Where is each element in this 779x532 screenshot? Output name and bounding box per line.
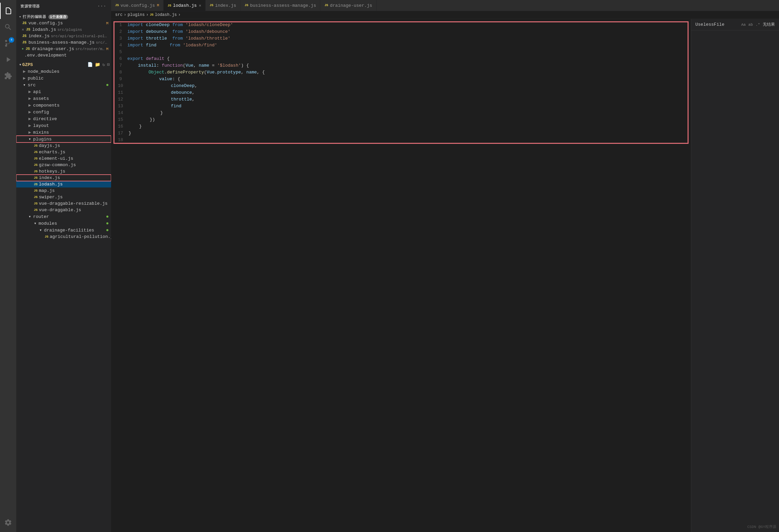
file-map[interactable]: JS map.js	[16, 187, 111, 194]
close-icon[interactable]: ✕	[22, 27, 24, 32]
settings-icon[interactable]	[0, 516, 16, 532]
folder-plugins[interactable]: ▾ plugins	[16, 136, 111, 142]
file-name: vue-draggable.js	[39, 207, 81, 213]
new-folder-icon[interactable]: 📁	[95, 62, 100, 67]
js-badge: JS	[115, 4, 119, 7]
tab-bar: JS vue.config.js M JS lodash.js ✕ JS ind…	[111, 0, 779, 11]
tab-modified: M	[157, 3, 159, 7]
open-editors-badge: 1个未保存	[48, 15, 68, 19]
folder-drainage-facilities[interactable]: ▾ drainage-facilities	[16, 227, 111, 234]
file-lodash[interactable]: JS lodash.js	[16, 181, 111, 187]
tab-close-icon[interactable]: ✕	[199, 3, 201, 8]
line-number: 18	[114, 137, 129, 143]
file-name: drainage-user.js	[32, 46, 74, 51]
folder-name: assets	[33, 96, 49, 101]
folder-src[interactable]: ▾ src	[16, 82, 111, 88]
file-vue-draggable-resizable[interactable]: JS vue-draggable-resizable.js	[16, 200, 111, 207]
tab-vue-config[interactable]: JS vue.config.js M	[111, 0, 164, 11]
code-line-3: 3 import throttle from 'lodash/throttle'	[114, 35, 688, 42]
js-badge: JS	[245, 4, 248, 7]
js-icon: JS	[25, 47, 30, 51]
line-number: 8	[114, 69, 127, 76]
expand-arrow: ▶	[28, 116, 31, 121]
tab-drainage-user[interactable]: JS drainage-user.js	[320, 0, 377, 11]
file-path: src/router/modules	[96, 41, 108, 45]
refresh-icon[interactable]: ↻	[102, 62, 105, 67]
breadcrumb-src[interactable]: src	[115, 13, 123, 17]
file-index[interactable]: JS index.js	[16, 175, 111, 181]
open-editor-index[interactable]: JS index.js src/api/agricultural-polluti…	[16, 33, 111, 39]
file-echarts[interactable]: JS echarts.js	[16, 149, 111, 155]
folder-api[interactable]: ▶ api	[16, 88, 111, 95]
file-hotkeys[interactable]: JS hotkeys.js	[16, 168, 111, 175]
files-icon[interactable]	[0, 3, 16, 19]
sidebar: 资源管理器 ··· ▾ 打开的编辑器 1个未保存 JS vue.config.j…	[16, 0, 111, 532]
open-editor-lodash[interactable]: ✕ JS lodash.js src/plugins	[16, 26, 111, 33]
extensions-icon[interactable]	[0, 68, 16, 84]
line-content: cloneDeep,	[129, 83, 688, 89]
source-control-icon[interactable]: 4	[0, 35, 16, 51]
tab-business-assess[interactable]: JS business-assess-manage.js	[240, 0, 320, 11]
file-name: vue.config.js	[28, 21, 63, 26]
new-file-icon[interactable]: 📄	[87, 62, 93, 67]
js-icon: JS	[22, 34, 27, 38]
breadcrumb-file[interactable]: JS lodash.js	[150, 13, 177, 17]
file-element-ui[interactable]: JS element-ui.js	[16, 155, 111, 162]
expand-arrow: ▶	[28, 123, 31, 128]
project-name: GZPS	[22, 62, 33, 67]
folder-assets[interactable]: ▶ assets	[16, 95, 111, 102]
open-editors-header[interactable]: ▾ 打开的编辑器 1个未保存	[16, 14, 111, 20]
file-gzsw-common[interactable]: JS gzsw-common.js	[16, 162, 111, 168]
open-editor-drainage[interactable]: ● JS drainage-user.js src/router/modules…	[16, 46, 111, 52]
folder-config[interactable]: ▶ config	[16, 109, 111, 115]
js-badge: JS	[210, 4, 213, 7]
source-control-badge: 4	[9, 37, 14, 43]
env-file[interactable]: .env.development	[16, 52, 111, 59]
collapse-all-icon[interactable]: ⊟	[107, 62, 110, 67]
breadcrumb-plugins[interactable]: plugins	[128, 13, 145, 17]
folder-components[interactable]: ▶ components	[16, 102, 111, 109]
line-content: import throttle from 'lodash/throttle'	[127, 35, 688, 42]
case-sensitive-button[interactable]: Aa	[741, 23, 745, 27]
folder-layout[interactable]: ▶ layout	[16, 122, 111, 129]
line-number: 15	[114, 116, 129, 123]
search-icon[interactable]	[0, 19, 16, 35]
modified-indicator: M	[106, 21, 108, 25]
project-root[interactable]: ▾ GZPS 📄 📁 ↻ ⊟	[16, 61, 111, 68]
tab-label: vue.config.js	[121, 3, 155, 8]
line-number: 12	[114, 96, 129, 103]
breadcrumb-sep3: ›	[178, 13, 181, 17]
regex-button[interactable]: .*	[756, 23, 760, 27]
file-name: lodash.js	[39, 182, 63, 187]
file-agricultural-pollution[interactable]: JS agricultural-pollution.js	[16, 234, 111, 240]
file-dayjs[interactable]: JS dayjs.js	[16, 142, 111, 149]
file-name: echarts.js	[39, 150, 65, 155]
whole-word-button[interactable]: ab	[749, 23, 753, 27]
line-number: 3	[114, 35, 127, 42]
js-badge: JS	[324, 4, 328, 7]
line-number: 4	[114, 42, 127, 49]
project-tree: ▾ GZPS 📄 📁 ↻ ⊟ ▶ node_modules ▶ public	[16, 61, 111, 240]
code-line-11: 11 debounce,	[114, 89, 688, 96]
folder-public[interactable]: ▶ public	[16, 75, 111, 82]
folder-directive[interactable]: ▶ directive	[16, 115, 111, 122]
tab-lodash[interactable]: JS lodash.js ✕	[164, 0, 206, 11]
folder-node-modules[interactable]: ▶ node_modules	[16, 68, 111, 75]
more-actions-icon[interactable]: ···	[97, 3, 107, 9]
folder-modules[interactable]: ▾ modules	[16, 220, 111, 227]
tab-index[interactable]: JS index.js	[206, 0, 240, 11]
open-editor-vue-config[interactable]: JS vue.config.js M	[16, 20, 111, 26]
folder-router[interactable]: ▾ router	[16, 213, 111, 220]
file-vue-draggable[interactable]: JS vue-draggable.js	[16, 207, 111, 213]
code-line-15: 15 })	[114, 116, 688, 123]
code-editor[interactable]: 1 import cloneDeep from 'lodash/cloneDee…	[111, 19, 691, 532]
open-editor-business[interactable]: JS business-assess-manage.js src/router/…	[16, 39, 111, 46]
file-swiper[interactable]: JS swiper.js	[16, 194, 111, 200]
run-icon[interactable]	[0, 51, 16, 68]
code-line-14: 14 }	[114, 110, 688, 116]
line-content: find	[129, 103, 688, 110]
folder-mixins[interactable]: ▶ mixins	[16, 129, 111, 136]
open-editors-label: 打开的编辑器	[23, 14, 46, 19]
line-number: 16	[114, 123, 129, 130]
js-icon: JS	[34, 208, 38, 212]
